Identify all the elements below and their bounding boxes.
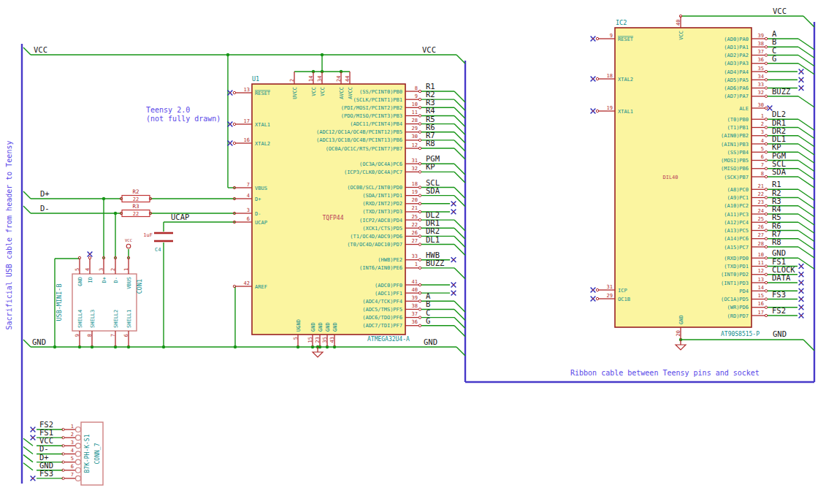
component-ref[interactable]: CON1 <box>136 279 143 294</box>
component-part[interactable]: ATMEGA32U4-A <box>367 336 410 343</box>
connector-pad[interactable] <box>76 459 81 465</box>
net-label[interactable]: R1 <box>772 180 781 188</box>
pin-end <box>765 188 767 191</box>
pin-number: 44 <box>345 76 351 82</box>
net-label[interactable]: DATA <box>772 273 791 282</box>
net-label[interactable]: BUZZ <box>772 87 790 96</box>
component-part[interactable]: B7K-PH-K-S1 <box>84 434 91 473</box>
net-label[interactable]: BUZZ <box>426 259 444 267</box>
net-label[interactable]: FS1 <box>772 257 786 266</box>
connector-pad[interactable] <box>76 451 81 457</box>
component-ref[interactable]: IC2 <box>616 19 627 26</box>
net-label[interactable]: G <box>426 316 430 325</box>
pin-number: 11 <box>758 260 764 266</box>
net-label[interactable]: G <box>772 54 776 63</box>
pin-end <box>418 123 421 125</box>
net-label[interactable]: R8 <box>426 139 435 148</box>
resistor-value[interactable]: 22 <box>133 196 139 202</box>
net-label[interactable]: GND <box>772 248 786 257</box>
net-label[interactable]: A <box>772 29 777 38</box>
bus-entry[interactable] <box>456 55 465 64</box>
bus-entry[interactable] <box>23 206 31 213</box>
bus-entry[interactable] <box>454 268 465 279</box>
net-label[interactable]: SDA <box>772 167 787 176</box>
net-label[interactable]: GND <box>773 329 787 338</box>
component-ref[interactable]: CONN_7 <box>94 443 101 464</box>
net-label[interactable]: D- <box>40 204 50 213</box>
pin-name: VBUS <box>255 186 267 191</box>
net-label[interactable]: VCC <box>773 7 787 15</box>
note-teensy[interactable]: (not fully drawn) <box>146 115 221 123</box>
net-label[interactable]: DR1 <box>772 118 786 127</box>
bus-entry[interactable] <box>803 16 814 27</box>
net-label[interactable]: C <box>772 46 776 55</box>
net-label[interactable]: KP <box>772 142 781 151</box>
bus-entry[interactable] <box>23 340 31 347</box>
net-label[interactable]: DR2 <box>772 126 786 135</box>
net-label[interactable]: SDA <box>426 186 440 195</box>
pin-name: RESET <box>255 91 271 96</box>
net-label[interactable]: KP <box>426 162 435 171</box>
resistor-value[interactable]: 22 <box>133 211 139 217</box>
net-label[interactable]: R3 <box>772 196 781 205</box>
connector-pad[interactable] <box>76 427 81 432</box>
net-label[interactable]: FS3 <box>772 290 786 299</box>
pin-name: GND <box>77 277 83 286</box>
net-label[interactable]: R2 <box>772 188 781 197</box>
capacitor-value[interactable]: 1uF <box>143 232 153 238</box>
net-label[interactable]: R5 <box>772 213 781 221</box>
pin-end <box>418 107 421 109</box>
net-label[interactable]: D+ <box>40 189 50 198</box>
net-label[interactable]: GND <box>32 337 46 346</box>
bus-entry[interactable] <box>23 463 33 470</box>
net-label[interactable]: DL2 <box>772 110 786 118</box>
net-label[interactable]: DL1 <box>772 134 786 143</box>
bus-entry[interactable] <box>798 96 814 107</box>
net-label[interactable]: R7 <box>772 229 781 238</box>
pin-name: (ADC7/TDI)PF7 <box>362 323 402 329</box>
bus-entry[interactable] <box>23 47 31 55</box>
net-label[interactable]: FS2 <box>772 306 786 315</box>
component-part[interactable]: AT90S8515-P <box>721 331 760 337</box>
net-label[interactable]: GND <box>424 337 437 346</box>
vcc-port-label[interactable]: VCC <box>125 238 132 243</box>
pin-name: (RXD/INT2)PD2 <box>362 201 402 207</box>
connector-pad[interactable] <box>76 467 81 473</box>
net-label[interactable]: R6 <box>772 221 781 230</box>
resistor-ref[interactable]: R2 <box>132 188 139 195</box>
bus-entry[interactable] <box>23 191 31 199</box>
net-label[interactable]: VCC <box>34 45 47 54</box>
component-value[interactable]: TQFP44 <box>323 215 344 221</box>
note-teensy[interactable]: Teensy 2.0 <box>146 106 190 114</box>
bus-entry[interactable] <box>456 347 465 356</box>
note-ribbon[interactable]: Ribbon cable between Teensy pins and soc… <box>570 369 760 377</box>
pin-name: RESET <box>618 37 634 42</box>
bus-entry[interactable] <box>23 446 33 454</box>
net-label[interactable]: FS3 <box>39 469 53 478</box>
connector-pad[interactable] <box>76 476 81 481</box>
component-ref[interactable]: U1 <box>252 75 259 83</box>
net-label[interactable]: VCC <box>422 45 436 54</box>
net-label[interactable]: PGM <box>772 151 786 160</box>
capacitor-ref[interactable]: C4 <box>155 247 161 253</box>
component-value[interactable]: DIL40 <box>662 175 678 180</box>
net-label[interactable]: B <box>772 37 776 46</box>
connector-pad[interactable] <box>76 443 81 448</box>
connector-pad[interactable] <box>76 435 81 440</box>
ground-symbol[interactable] <box>313 352 323 357</box>
vcc-power-port[interactable] <box>126 244 131 248</box>
pin-name: OC1B <box>618 297 630 302</box>
note-left[interactable]: Sacrificial USB cable from header to Tee… <box>5 141 13 330</box>
net-label[interactable]: SCL <box>772 159 786 168</box>
component-part[interactable]: USB-MINI-B <box>56 283 63 321</box>
resistor-ref[interactable]: R3 <box>132 203 139 210</box>
bus-entry[interactable] <box>803 340 814 351</box>
ground-symbol[interactable] <box>676 345 686 350</box>
bus-entry[interactable] <box>23 455 33 462</box>
net-label[interactable]: R8 <box>772 237 781 246</box>
net-label[interactable]: R4 <box>772 205 781 213</box>
pin-end <box>765 196 767 199</box>
net-label[interactable]: UCAP <box>171 213 189 221</box>
net-label[interactable]: CLOCK <box>772 265 795 274</box>
net-label[interactable]: DL1 <box>426 235 440 244</box>
